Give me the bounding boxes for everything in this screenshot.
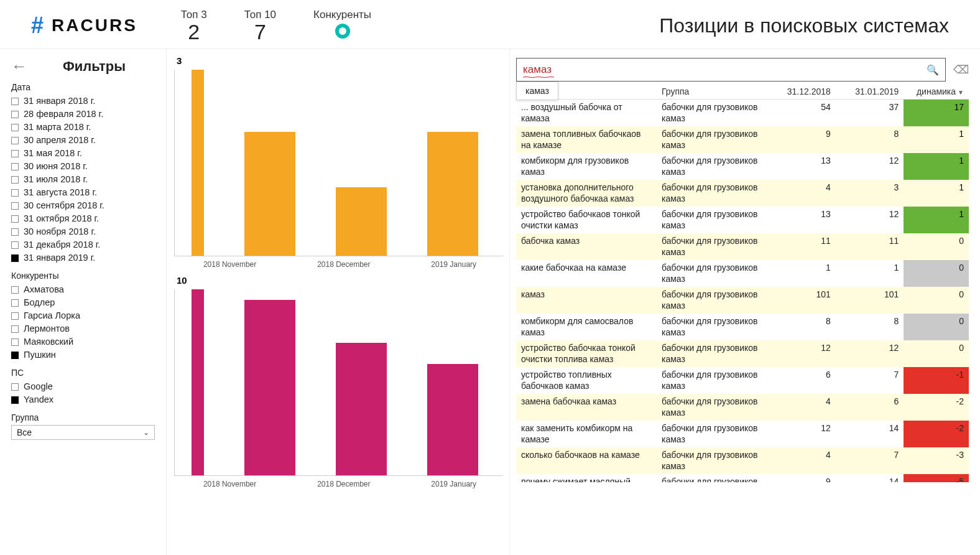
filter-date-10[interactable]: 30 ноября 2018 г.: [11, 225, 155, 238]
cell-d1: 13: [767, 207, 835, 233]
chart-bar-partial[interactable]: [192, 70, 204, 256]
filter-date-3[interactable]: 30 апреля 2018 г.: [11, 134, 155, 147]
chart-bar[interactable]: [336, 187, 387, 256]
table-row[interactable]: комбикорм для грузовиков камазбабочки дл…: [516, 153, 969, 180]
th-date1[interactable]: 31.12.2018: [767, 84, 835, 100]
x-tick: 2019 January: [431, 480, 476, 488]
filter-competitor-4[interactable]: Маяковский: [11, 335, 155, 348]
filter-date-label: 31 июля 2018 г.: [24, 173, 88, 186]
cell-d2: 8: [836, 314, 904, 340]
cell-d1: 12: [767, 421, 835, 447]
filter-competitor-2[interactable]: Гарсиа Лорка: [11, 309, 155, 322]
table-row[interactable]: как заменить комбикорм на камазебабочки …: [516, 421, 969, 447]
cell-dynamics: -3: [904, 447, 969, 474]
search-icon[interactable]: 🔍: [927, 64, 939, 76]
cell-keyword: устройство топливных бабочкаов камаз: [516, 367, 657, 394]
filter-ps-1[interactable]: Yandex: [11, 393, 155, 406]
sidebar: ← Фильтры Дата 31 января 2018 г.28 февра…: [0, 49, 167, 555]
filter-date-label: 31 декабря 2018 г.: [24, 238, 100, 251]
table-row[interactable]: замена бабочкаа камазбабочки для грузови…: [516, 394, 969, 421]
logo: # RACURS: [31, 12, 137, 39]
cell-group: бабочки для грузовиков камаз: [657, 394, 767, 421]
chart-title: 3: [177, 55, 507, 66]
cell-keyword: замена топливных бабочкаов на камазе: [516, 126, 657, 153]
cell-dynamics: -5: [904, 474, 969, 482]
cell-group: бабочки для грузовиков камаз: [657, 100, 767, 127]
chart-bar[interactable]: [244, 132, 295, 256]
search-input[interactable]: [523, 63, 927, 76]
filter-competitor-3[interactable]: Лермонтов: [11, 322, 155, 335]
filter-date-5[interactable]: 30 июня 2018 г.: [11, 160, 155, 173]
th-date2[interactable]: 31.01.2019: [836, 84, 904, 100]
cell-dynamics: -2: [904, 421, 969, 447]
table-row[interactable]: замена топливных бабочкаов на камазебабо…: [516, 126, 969, 153]
cell-keyword: устройство бабочкаа тонкой очистки топли…: [516, 340, 657, 367]
table-row[interactable]: какие бабочкаа на камазебабочки для груз…: [516, 260, 969, 287]
back-arrow-icon[interactable]: ←: [11, 57, 27, 76]
cell-d2: 12: [836, 153, 904, 180]
filter-date-6[interactable]: 31 июля 2018 г.: [11, 173, 155, 186]
chart-bar[interactable]: [427, 132, 478, 256]
filter-competitor-label: Ахматова: [24, 283, 64, 296]
chart-title: 10: [177, 275, 507, 286]
charts-panel: 32018 November2018 December2019 January …: [167, 49, 510, 555]
eraser-icon[interactable]: ⌫: [953, 63, 969, 77]
filter-date-label: 31 января 2019 г.: [24, 251, 95, 264]
th-dynamics[interactable]: динамика▼: [904, 84, 969, 100]
cell-keyword: бабочка камаз: [516, 233, 657, 260]
filter-date-4[interactable]: 31 мая 2018 г.: [11, 147, 155, 160]
checkbox-icon: [11, 254, 19, 262]
cell-d1: 1: [767, 260, 835, 287]
filter-ps-label: Google: [24, 380, 53, 393]
filter-date-12[interactable]: 31 января 2019 г.: [11, 251, 155, 264]
table-row[interactable]: ... воздушный бабочка от камазабабочки д…: [516, 100, 969, 127]
checkbox-icon: [11, 228, 19, 236]
filter-date-0[interactable]: 31 января 2018 г.: [11, 95, 155, 108]
chart-bar-partial[interactable]: [192, 289, 204, 475]
chart-bar[interactable]: [427, 364, 478, 475]
competitors-circle-icon: [335, 24, 350, 39]
filter-ps-label: ПС: [11, 368, 155, 378]
x-tick: 2018 December: [317, 260, 370, 269]
checkbox-icon: [11, 299, 19, 307]
cell-d2: 14: [836, 474, 904, 482]
checkbox-icon: [11, 124, 19, 131]
th-group[interactable]: Группа: [657, 84, 767, 100]
group-select[interactable]: Все ⌄: [11, 425, 155, 440]
search-box[interactable]: 🔍: [516, 58, 946, 82]
table-row[interactable]: устройство бабочкаов тонкой очистки кама…: [516, 207, 969, 233]
cell-group: бабочки для грузовиков камаз: [657, 260, 767, 287]
filter-date-label: 30 июня 2018 г.: [24, 160, 88, 173]
table-row[interactable]: бабочка камазбабочки для грузовиков кама…: [516, 233, 969, 260]
table-row[interactable]: устройство бабочкаа тонкой очистки топли…: [516, 340, 969, 367]
cell-d2: 7: [836, 367, 904, 394]
filter-date-2[interactable]: 31 марта 2018 г.: [11, 121, 155, 134]
chart-bar[interactable]: [244, 300, 295, 475]
filter-date-1[interactable]: 28 февраля 2018 г.: [11, 108, 155, 121]
table-row[interactable]: комбикорм для самосвалов камазбабочки дл…: [516, 314, 969, 340]
filter-competitor-5[interactable]: Пушкин: [11, 348, 155, 361]
table-row[interactable]: сколько бабочкаов на камазебабочки для г…: [516, 447, 969, 474]
cell-d1: 54: [767, 100, 835, 127]
table-row[interactable]: установка дополнительного воздушного баб…: [516, 180, 969, 207]
table-row[interactable]: почему сжимает масляный бабочка камазбаб…: [516, 474, 969, 482]
table-row[interactable]: камазбабочки для грузовиков камаз1011010: [516, 287, 969, 314]
filter-date-9[interactable]: 31 октября 2018 г.: [11, 212, 155, 225]
filter-competitor-0[interactable]: Ахматова: [11, 283, 155, 296]
cell-group: бабочки для грузовиков камаз: [657, 153, 767, 180]
filter-date-8[interactable]: 30 сентября 2018 г.: [11, 199, 155, 212]
filter-competitor-1[interactable]: Бодлер: [11, 296, 155, 309]
chart-bar[interactable]: [336, 343, 387, 475]
filter-date-11[interactable]: 31 декабря 2018 г.: [11, 238, 155, 251]
chevron-down-icon: ⌄: [143, 428, 149, 437]
cell-d2: 11: [836, 233, 904, 260]
filter-ps-0[interactable]: Google: [11, 380, 155, 393]
cell-group: бабочки для грузовиков камаз: [657, 180, 767, 207]
search-suggestion[interactable]: камаз: [516, 82, 558, 100]
filter-date-7[interactable]: 31 августа 2018 г.: [11, 186, 155, 199]
chart-area: [174, 70, 503, 256]
table-row[interactable]: устройство топливных бабочкаов камазбабо…: [516, 367, 969, 394]
filter-ps-label: Yandex: [24, 393, 53, 406]
cell-keyword: ... воздушный бабочка от камаза: [516, 100, 657, 127]
cell-keyword: комбикорм для грузовиков камаз: [516, 153, 657, 180]
